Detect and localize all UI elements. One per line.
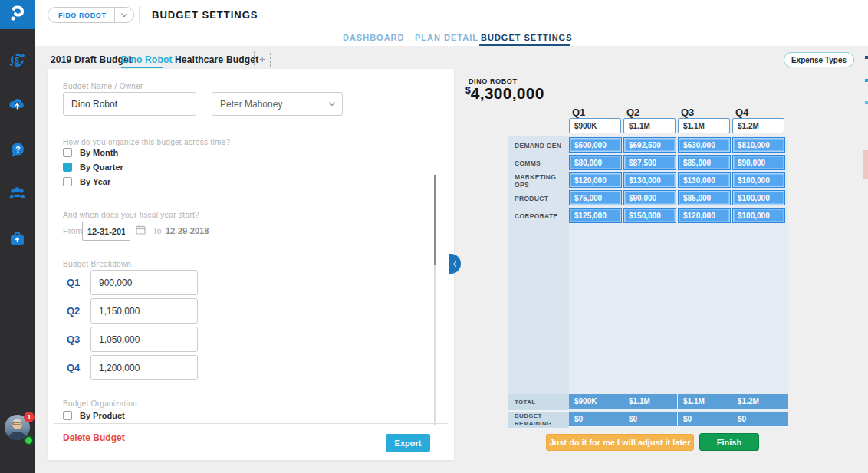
- cell-product-q4[interactable]: $100,000: [732, 190, 785, 205]
- cell-marketing-ops-q3[interactable]: $130,000: [678, 172, 731, 188]
- table-row-demand-gen: DEMAND GEN $500,000 $692,500 $630,000 $8…: [508, 136, 788, 154]
- cell-demand-gen-q2[interactable]: $692,500: [623, 137, 676, 153]
- help-chat-icon[interactable]: ?: [8, 141, 26, 159]
- add-budget-button[interactable]: +: [254, 51, 271, 67]
- cell-demand-gen-q1[interactable]: $500,000: [569, 137, 622, 153]
- table-row-total: TOTAL $900K $1.1M $1.1M $1.2M: [508, 394, 788, 412]
- cell-corporate-q1[interactable]: $125,000: [569, 208, 622, 223]
- cell-marketing-ops-q4[interactable]: $100,000: [732, 172, 785, 188]
- budget-name-input[interactable]: [63, 92, 196, 116]
- total-q2: $1.1M: [623, 394, 677, 410]
- edge-artifact: [863, 150, 868, 179]
- chevron-left-icon: [453, 261, 459, 266]
- tab-dashboard[interactable]: DASHBOARD: [343, 33, 405, 42]
- checkbox-label: By Quarter: [80, 163, 123, 172]
- checkbox-label: By Year: [80, 177, 110, 186]
- card-scrollbar-thumb[interactable]: [434, 175, 436, 265]
- card-scroll-area: Budget Name / Owner Peter Mahoney How do…: [48, 69, 454, 423]
- card-footer-divider: [54, 423, 448, 424]
- row-label: PRODUCT: [508, 189, 569, 207]
- cell-marketing-ops-q2[interactable]: $130,000: [623, 172, 676, 188]
- table-row-budget-remaining: BUDGET REMAINING $0 $0 $0 $0: [508, 412, 788, 429]
- total-q3: $1.1M: [678, 394, 732, 410]
- from-label: From: [63, 226, 83, 235]
- owner-select[interactable]: Peter Mahoney: [212, 92, 343, 116]
- table-row-product: PRODUCT $75,000 $90,000 $85,000 $100,000: [508, 189, 788, 207]
- cell-comms-q4[interactable]: $90,000: [732, 155, 785, 170]
- cell-corporate-q3[interactable]: $120,000: [678, 208, 731, 223]
- organization-label: Budget Organization: [63, 399, 137, 408]
- row-label: MARKETING OPS: [508, 172, 569, 189]
- fiscal-start-date-input[interactable]: [82, 222, 130, 241]
- q2-amount-input[interactable]: [90, 298, 198, 324]
- remaining-q2: $0: [623, 412, 677, 428]
- export-button[interactable]: Export: [386, 434, 430, 452]
- cell-demand-gen-q3[interactable]: $630,000: [678, 137, 731, 153]
- cell-product-q2[interactable]: $90,000: [623, 190, 676, 205]
- budget-tab-dino-robot[interactable]: Dino Robot: [121, 54, 173, 65]
- expense-types-button[interactable]: Expense Types: [784, 52, 854, 67]
- checkbox-by-month[interactable]: By Month: [63, 148, 118, 157]
- svg-text:?: ?: [15, 145, 21, 154]
- to-label: To: [153, 226, 162, 235]
- workspace-selector[interactable]: FIDO ROBOT: [48, 7, 134, 23]
- table-row-marketing-ops: MARKETING OPS $120,000 $130,000 $130,000…: [508, 172, 788, 189]
- money-sync-icon[interactable]: $: [8, 51, 26, 69]
- checkbox-icon: [63, 163, 72, 172]
- header-divider: [139, 6, 140, 23]
- checkbox-label: By Month: [80, 148, 118, 157]
- q1-total-input[interactable]: [569, 118, 621, 133]
- row-label: TOTAL: [508, 394, 569, 412]
- svg-text:$: $: [15, 56, 19, 65]
- fiscal-end-date: 12-29-2018: [166, 226, 209, 235]
- auto-fill-button[interactable]: Just do it for me I will adjust it later: [546, 434, 694, 451]
- currency-symbol: $: [465, 85, 471, 103]
- delete-budget-link[interactable]: Delete Budget: [63, 432, 125, 443]
- page-title: BUDGET SETTINGS: [152, 9, 258, 21]
- budget-settings-card: Budget Name / Owner Peter Mahoney How do…: [48, 69, 454, 460]
- q4-amount-input[interactable]: [90, 355, 198, 380]
- cell-product-q1[interactable]: $75,000: [569, 190, 622, 205]
- checkbox-by-quarter[interactable]: By Quarter: [63, 163, 123, 172]
- notification-badge[interactable]: 1: [24, 412, 35, 422]
- cell-demand-gen-q4[interactable]: $810,000: [732, 137, 785, 153]
- budget-tab-healthcare[interactable]: Healthcare Budget: [175, 54, 258, 65]
- checkbox-by-product[interactable]: By Product: [63, 411, 125, 420]
- row-label: COMMS: [508, 154, 569, 172]
- top-bar: FIDO ROBOT BUDGET SETTINGS: [35, 0, 868, 29]
- tab-plan-detail[interactable]: PLAN DETAIL: [415, 33, 478, 42]
- team-icon[interactable]: [8, 185, 26, 202]
- cell-product-q3[interactable]: $85,000: [678, 190, 731, 205]
- q3-amount-input[interactable]: [90, 327, 198, 352]
- chevron-down-icon: [329, 100, 335, 106]
- card-scrollbar[interactable]: [434, 175, 436, 425]
- tab-budget-settings[interactable]: BUDGET SETTINGS: [481, 33, 573, 42]
- cell-comms-q2[interactable]: $87,500: [623, 155, 676, 170]
- checkbox-label: By Product: [80, 411, 125, 420]
- cloud-upload-icon[interactable]: [8, 96, 26, 113]
- budget-tab-2019-draft[interactable]: 2019 Draft Budget: [51, 54, 132, 65]
- q3-total-input[interactable]: [678, 118, 730, 133]
- user-avatar[interactable]: 1: [5, 415, 32, 442]
- checkbox-by-year[interactable]: By Year: [63, 177, 110, 186]
- edge-artifact: [865, 56, 868, 59]
- q4-total-input[interactable]: [732, 118, 784, 133]
- q2-total-input[interactable]: [623, 118, 676, 133]
- cell-corporate-q2[interactable]: $150,000: [623, 208, 676, 223]
- total-q4: $1.2M: [732, 394, 788, 410]
- finish-button[interactable]: Finish: [699, 433, 759, 451]
- calendar-icon[interactable]: [136, 224, 146, 238]
- cell-corporate-q4[interactable]: $100,000: [732, 208, 785, 223]
- remaining-q4: $0: [732, 412, 788, 428]
- breakdown-label: Budget Breakdown: [63, 260, 131, 268]
- time-question-label: How do you organize this budget across t…: [63, 138, 230, 146]
- table-row-corporate: CORPORATE $125,000 $150,000 $120,000 $10…: [508, 207, 788, 225]
- cell-marketing-ops-q1[interactable]: $120,000: [569, 172, 622, 188]
- cell-comms-q3[interactable]: $85,000: [678, 155, 731, 170]
- q1-amount-input[interactable]: [90, 270, 198, 295]
- cell-comms-q1[interactable]: $80,000: [569, 155, 622, 170]
- q2-label: Q2: [67, 305, 80, 317]
- q3-label: Q3: [67, 333, 80, 345]
- briefcase-icon[interactable]: [8, 230, 26, 248]
- app-logo[interactable]: [0, 0, 35, 29]
